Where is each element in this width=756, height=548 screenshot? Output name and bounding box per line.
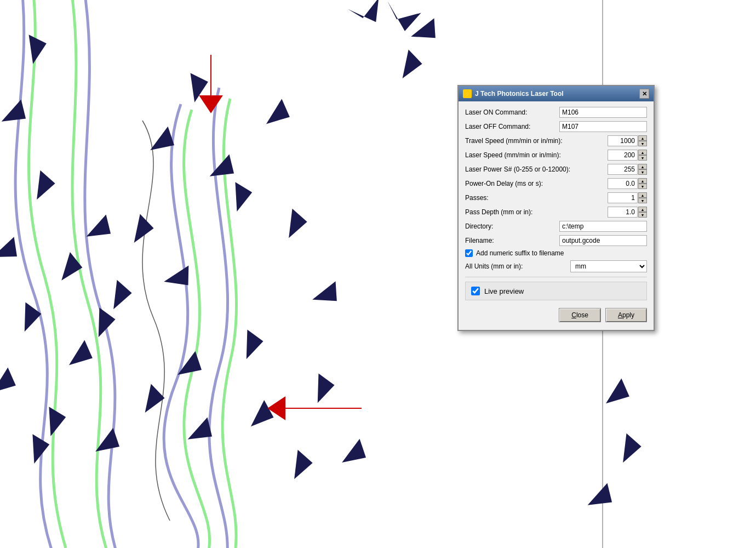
svg-marker-33 xyxy=(237,326,267,359)
laser-off-label: Laser OFF Command: xyxy=(465,123,559,130)
svg-marker-16 xyxy=(164,259,197,294)
laser-speed-up[interactable]: ▲ xyxy=(638,150,647,155)
filename-row: Filename: xyxy=(465,235,647,246)
dialog-body: Laser ON Command: Laser OFF Command: Tra… xyxy=(459,101,654,330)
travel-speed-label: Travel Speed (mm/min or in/min): xyxy=(465,137,608,145)
dialog: ⚡ J Tech Photonics Laser Tool ✕ Laser ON… xyxy=(457,85,655,331)
laser-on-row: Laser ON Command: xyxy=(465,107,647,118)
pass-depth-input-wrap: ▲ ▼ xyxy=(608,207,647,218)
pass-depth-up[interactable]: ▲ xyxy=(638,207,647,212)
pass-depth-label: Pass Depth (mm or in): xyxy=(465,208,608,216)
units-select-wrap: mm in xyxy=(570,260,647,272)
dialog-titlebar: ⚡ J Tech Photonics Laser Tool ✕ xyxy=(459,86,654,101)
svg-marker-24 xyxy=(342,436,370,469)
directory-input-wrap xyxy=(559,221,647,232)
directory-input[interactable] xyxy=(559,221,647,232)
laser-on-input-wrap xyxy=(559,107,647,118)
travel-speed-input[interactable] xyxy=(608,135,638,146)
svg-marker-36 xyxy=(606,376,632,407)
passes-input-wrap: ▲ ▼ xyxy=(608,192,647,203)
power-on-delay-input[interactable] xyxy=(608,178,638,189)
laser-off-input[interactable] xyxy=(559,121,647,132)
button-row: Close Apply xyxy=(465,306,647,324)
svg-marker-34 xyxy=(251,399,275,428)
divider xyxy=(465,277,647,277)
svg-marker-26 xyxy=(87,211,117,244)
travel-speed-input-wrap: ▲ ▼ xyxy=(608,135,647,146)
svg-marker-6 xyxy=(2,96,32,129)
pass-depth-down[interactable]: ▼ xyxy=(638,212,647,218)
laser-off-row: Laser OFF Command: xyxy=(465,121,647,132)
laser-power-up[interactable]: ▲ xyxy=(638,164,647,169)
directory-row: Directory: xyxy=(465,221,647,232)
laser-on-input[interactable] xyxy=(559,107,647,118)
svg-marker-10 xyxy=(0,366,19,396)
laser-speed-spinner[interactable]: ▲ ▼ xyxy=(638,150,647,161)
units-label: All Units (mm or in): xyxy=(465,262,570,270)
passes-up[interactable]: ▲ xyxy=(638,192,647,198)
passes-input[interactable] xyxy=(608,192,638,203)
svg-marker-7 xyxy=(30,168,58,200)
filename-input[interactable] xyxy=(559,235,647,246)
svg-marker-15 xyxy=(129,212,156,243)
svg-marker-21 xyxy=(282,206,310,238)
travel-speed-down[interactable]: ▼ xyxy=(638,141,647,146)
power-on-delay-label: Power-On Delay (ms or s): xyxy=(465,180,608,187)
svg-marker-11 xyxy=(22,430,54,464)
passes-down[interactable]: ▼ xyxy=(638,198,647,203)
live-preview-label: Live preview xyxy=(484,287,524,295)
close-x-button[interactable]: ✕ xyxy=(639,89,649,99)
directory-label: Directory: xyxy=(465,222,559,230)
svg-marker-37 xyxy=(616,431,644,463)
power-on-delay-down[interactable]: ▼ xyxy=(638,184,647,189)
svg-marker-40 xyxy=(200,96,222,112)
apply-button-label: Apply xyxy=(618,311,634,319)
svg-marker-4 xyxy=(398,48,424,78)
laser-power-down[interactable]: ▼ xyxy=(638,169,647,175)
laser-power-input-wrap: ▲ ▼ xyxy=(608,164,647,175)
laser-power-row: Laser Power S# (0-255 or 0-12000): ▲ ▼ xyxy=(465,164,647,175)
svg-marker-28 xyxy=(69,338,95,369)
units-select[interactable]: mm in xyxy=(570,260,647,272)
close-button[interactable]: Close xyxy=(559,308,601,322)
svg-marker-1 xyxy=(348,0,386,30)
svg-marker-19 xyxy=(225,178,256,212)
add-suffix-label: Add numeric suffix to filename xyxy=(476,249,564,257)
pass-depth-input[interactable] xyxy=(608,207,638,218)
laser-speed-label: Laser Speed (mm/min or in/min): xyxy=(465,151,608,159)
svg-marker-23 xyxy=(308,370,339,403)
laser-speed-down[interactable]: ▼ xyxy=(638,155,647,161)
pass-depth-row: Pass Depth (mm or in): ▲ ▼ xyxy=(465,207,647,218)
passes-label: Passes: xyxy=(465,194,608,202)
svg-marker-20 xyxy=(266,97,293,128)
filename-label: Filename: xyxy=(465,237,559,244)
add-suffix-checkbox[interactable] xyxy=(465,249,473,257)
units-row: All Units (mm or in): mm in xyxy=(465,260,647,272)
power-on-delay-spinner[interactable]: ▲ ▼ xyxy=(638,178,647,189)
laser-speed-input[interactable] xyxy=(608,150,638,161)
laser-power-spinner[interactable]: ▲ ▼ xyxy=(638,164,647,175)
power-on-delay-up[interactable]: ▲ xyxy=(638,178,647,184)
pass-depth-spinner[interactable]: ▲ ▼ xyxy=(638,207,647,218)
close-button-label: Close xyxy=(571,311,588,319)
travel-speed-spinner[interactable]: ▲ ▼ xyxy=(638,135,647,146)
travel-speed-row: Travel Speed (mm/min or in/min): ▲ ▼ xyxy=(465,135,647,146)
power-on-delay-row: Power-On Delay (ms or s): ▲ ▼ xyxy=(465,178,647,189)
laser-power-input[interactable] xyxy=(608,164,638,175)
live-preview-section: Live preview xyxy=(465,282,647,300)
travel-speed-up[interactable]: ▲ xyxy=(638,135,647,141)
laser-speed-input-wrap: ▲ ▼ xyxy=(608,150,647,161)
svg-marker-2 xyxy=(381,1,421,34)
live-preview-checkbox[interactable] xyxy=(471,287,480,295)
apply-button[interactable]: Apply xyxy=(605,308,647,322)
dialog-titlebar-left: ⚡ J Tech Photonics Laser Tool xyxy=(463,89,564,98)
svg-marker-32 xyxy=(188,414,218,447)
svg-marker-35 xyxy=(287,447,316,480)
passes-spinner[interactable]: ▲ ▼ xyxy=(638,192,647,203)
laser-off-input-wrap xyxy=(559,121,647,132)
svg-marker-27 xyxy=(106,277,135,310)
passes-row: Passes: ▲ ▼ xyxy=(465,192,647,203)
dialog-icon: ⚡ xyxy=(463,89,472,98)
laser-speed-row: Laser Speed (mm/min or in/min): ▲ ▼ xyxy=(465,150,647,161)
add-suffix-row: Add numeric suffix to filename xyxy=(465,249,647,257)
